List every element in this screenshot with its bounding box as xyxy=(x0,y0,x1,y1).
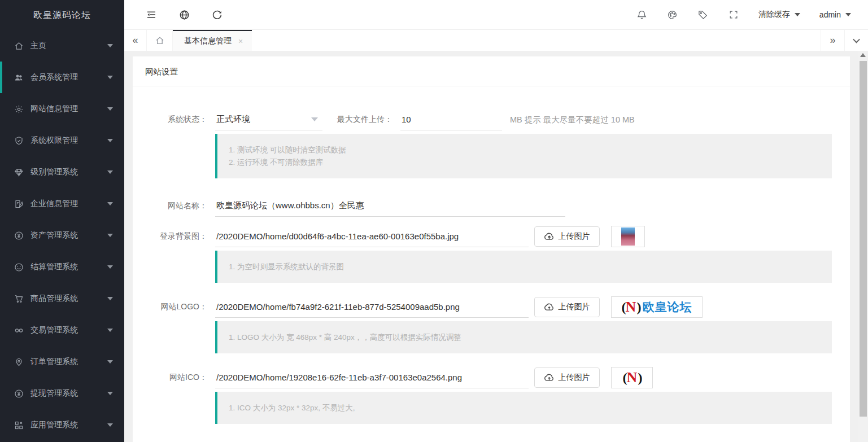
settings-card: 网站设置 系统状态： 正式环境 最大文件上传： 10 MB 提示 最大尽量不要超… xyxy=(133,56,850,442)
login-bg-thumbnail[interactable] xyxy=(611,226,645,247)
login-bg-row: 登录背景图： /2020DEMO/home/d00d64f6-a4bc-11ea… xyxy=(133,226,841,247)
system-status-row: 系统状态： 正式环境 最大文件上传： 10 MB 提示 最大尽量不要超过 10 … xyxy=(133,109,841,130)
shield-check-icon xyxy=(14,135,24,146)
tabs-menu-button[interactable] xyxy=(844,30,868,51)
sidebar-item-members[interactable]: 会员系统管理 xyxy=(0,62,124,93)
chevron-down-icon xyxy=(845,13,851,16)
tab-bar-right: » xyxy=(821,30,868,51)
login-bg-input[interactable]: /2020DEMO/home/d00d64f6-a4bc-11ea-ae60-0… xyxy=(215,226,529,247)
sidebar-item-label: 提现管理系统 xyxy=(30,388,78,399)
sidebar-item-label: 结算管理系统 xyxy=(30,262,78,272)
chevron-down-icon xyxy=(107,170,113,174)
settings-form: 系统状态： 正式环境 最大文件上传： 10 MB 提示 最大尽量不要超过 10 … xyxy=(133,86,850,442)
tab-basic-info[interactable]: 基本信息管理 × xyxy=(173,30,252,51)
chevron-down-icon xyxy=(107,360,113,364)
sidebar-item-label: 主页 xyxy=(30,41,46,51)
site-name-input[interactable]: 欧皇源码论坛（www.ohbbs.cn）全民惠 xyxy=(215,195,565,217)
theme-palette-icon[interactable] xyxy=(667,9,678,20)
sidebar-item-products[interactable]: 商品管理系统 xyxy=(0,283,124,314)
collapse-sidebar-icon[interactable] xyxy=(146,9,157,20)
tag-icon[interactable] xyxy=(697,9,709,20)
system-status-select[interactable]: 正式环境 xyxy=(215,109,322,130)
fullscreen-icon[interactable] xyxy=(728,9,739,20)
chevron-down-icon xyxy=(107,234,113,237)
sidebar-item-assets[interactable]: 资产管理系统 xyxy=(0,220,124,251)
login-bg-label: 登录背景图： xyxy=(133,231,207,242)
sidebar-item-home[interactable]: 主页 xyxy=(0,30,124,62)
tabs-scroll-right-button[interactable]: » xyxy=(821,30,844,51)
refresh-icon[interactable] xyxy=(211,9,223,20)
logo-thumbnail[interactable]: (N) 欧皇论坛 xyxy=(611,296,703,318)
upload-button-label: 上传图片 xyxy=(559,302,590,312)
sidebar-item-orders[interactable]: 订单管理系统 xyxy=(0,346,124,378)
site-logo-row: 网站LOGO： /2020DEMO/home/fb74a9f2-621f-11e… xyxy=(133,296,841,318)
sidebar-item-withdrawals[interactable]: 提现管理系统 xyxy=(0,378,124,409)
sidebar-item-label: 级别管理系统 xyxy=(30,167,78,177)
smile-icon xyxy=(14,262,24,272)
sidebar-item-company-info[interactable]: 企业信息管理 xyxy=(0,188,124,220)
logo-note-box: 1. LOGO 大小为 宽 468px * 高 240px，，高度可以根据实际情… xyxy=(215,321,832,353)
copyright-row: 版权信息： 版權所有 © 2020全民惠 xyxy=(133,440,841,442)
bell-icon[interactable] xyxy=(636,9,648,20)
home-icon xyxy=(155,36,165,46)
note-line: 1. 为空时则显示系统默认的背景图 xyxy=(229,261,821,272)
site-logo-label: 网站LOGO： xyxy=(133,302,207,312)
home-tab[interactable] xyxy=(147,30,173,51)
upload-ico-button[interactable]: 上传图片 xyxy=(534,367,600,388)
site-logo-input[interactable]: /2020DEMO/home/fb74a9f2-621f-11eb-877d-5… xyxy=(215,296,529,318)
cart-icon xyxy=(14,294,24,304)
sidebar-item-label: 企业信息管理 xyxy=(30,199,78,209)
globe-icon[interactable] xyxy=(178,9,190,20)
chevron-down-icon xyxy=(795,13,800,16)
status-note-box: 1. 测试环境 可以随时清空测试数据 2. 运行环境 不可清除数据库 xyxy=(215,134,832,178)
scrollbar-up-arrow[interactable] xyxy=(860,53,866,57)
sidebar-item-site-info[interactable]: 网站信息管理 xyxy=(0,93,124,125)
max-upload-input[interactable]: 10 xyxy=(400,109,502,130)
chevron-down-icon xyxy=(107,76,113,79)
clear-cache-dropdown[interactable]: 清除缓存 xyxy=(758,10,800,20)
upload-login-bg-button[interactable]: 上传图片 xyxy=(534,226,600,247)
sidebar-item-applications[interactable]: 应用管理系统 xyxy=(0,409,124,441)
close-icon[interactable]: × xyxy=(238,37,243,46)
gear-icon xyxy=(14,104,24,114)
scrollbar-thumb[interactable] xyxy=(860,61,867,417)
chevron-down-icon xyxy=(311,117,318,121)
copyright-input[interactable]: 版權所有 © 2020全民惠 xyxy=(215,440,565,442)
site-ico-row: 网站ICO： /2020DEMO/home/19208e16-62fe-11eb… xyxy=(133,367,841,388)
ico-thumbnail[interactable]: (N) xyxy=(611,367,653,388)
tabs-scroll-left-button[interactable]: « xyxy=(124,30,147,51)
site-ico-input[interactable]: /2020DEMO/home/19208e16-62fe-11eb-a3f7-0… xyxy=(215,367,529,388)
user-label: admin xyxy=(819,10,841,19)
chevron-down-icon xyxy=(107,329,113,332)
sidebar-item-settlement[interactable]: 结算管理系统 xyxy=(0,251,124,283)
vertical-scrollbar[interactable] xyxy=(858,51,868,442)
note-line: 1. LOGO 大小为 宽 468px * 高 240px，，高度可以根据实际情… xyxy=(229,332,821,343)
chevron-down-icon xyxy=(107,202,113,205)
yen-circle-icon xyxy=(14,230,24,240)
site-name-row: 网站名称： 欧皇源码论坛（www.ohbbs.cn）全民惠 xyxy=(133,195,841,217)
note-line: 1. 测试环境 可以随时清空测试数据 xyxy=(229,145,821,155)
sidebar-item-permissions[interactable]: 系统权限管理 xyxy=(0,125,124,156)
sidebar-item-label: 系统权限管理 xyxy=(30,135,78,146)
gem-icon xyxy=(14,167,24,177)
sidebar-item-label: 网站信息管理 xyxy=(30,104,78,114)
ico-note-box: 1. ICO 大小为 32px * 32px, 不易过大, xyxy=(215,392,832,424)
sidebar: 欧皇源码论坛 主页 会员系统管理 网站信息管理 系统权限管理 级别管理系统 xyxy=(0,0,124,442)
sidebar-item-levels[interactable]: 级别管理系统 xyxy=(0,156,124,188)
user-dropdown[interactable]: admin xyxy=(819,10,851,19)
chevron-down-icon xyxy=(107,423,113,427)
tab-label: 基本信息管理 xyxy=(184,36,232,46)
login-bg-note-box: 1. 为空时则显示系统默认的背景图 xyxy=(215,251,832,283)
home-icon xyxy=(14,41,24,51)
upload-button-label: 上传图片 xyxy=(559,231,590,242)
yen-circle-icon xyxy=(14,388,24,399)
chevron-down-icon xyxy=(107,297,113,300)
cloud-upload-icon xyxy=(544,374,554,382)
sidebar-item-label: 交易管理系统 xyxy=(30,325,78,335)
infinity-icon xyxy=(14,325,24,335)
chevron-down-icon xyxy=(107,265,113,269)
sidebar-item-trades[interactable]: 交易管理系统 xyxy=(0,314,124,346)
system-status-value: 正式环境 xyxy=(216,114,250,125)
upload-logo-button[interactable]: 上传图片 xyxy=(534,297,600,317)
sidebar-menu: 主页 会员系统管理 网站信息管理 系统权限管理 级别管理系统 企业信息管理 xyxy=(0,30,124,441)
